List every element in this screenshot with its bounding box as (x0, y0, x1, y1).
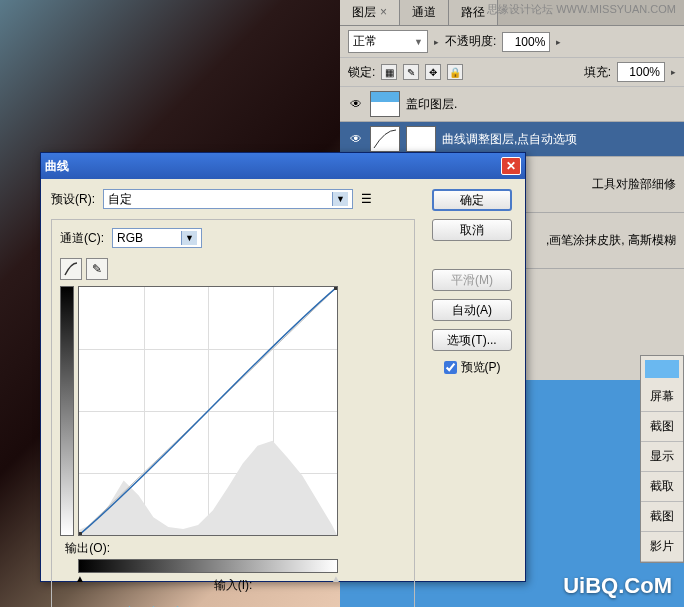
tab-channels[interactable]: 通道 (400, 0, 449, 25)
lock-row: 锁定: ▦ ✎ ✥ 🔒 填充: 100% ▸ (340, 58, 684, 87)
ok-button[interactable]: 确定 (432, 189, 512, 211)
lock-transparency-icon[interactable]: ▦ (381, 64, 397, 80)
layer-name-partial: ,画笔涂抹皮肤, 高斯模糊 (546, 232, 676, 249)
curve-line (79, 287, 337, 535)
close-icon[interactable]: ✕ (501, 157, 521, 175)
visibility-icon[interactable]: 👁 (348, 131, 364, 147)
curve-graph[interactable] (78, 286, 338, 536)
side-context-menu: 屏幕 截图 显示 截取 截图 影片 (640, 355, 684, 563)
opacity-label: 不透明度: (445, 33, 496, 50)
layer-row[interactable]: 👁 盖印图层. (340, 87, 684, 122)
dialog-titlebar[interactable]: 曲线 ✕ (41, 153, 525, 179)
preset-label: 预设(R): (51, 191, 95, 208)
lock-brush-icon[interactable]: ✎ (403, 64, 419, 80)
fill-label: 填充: (584, 64, 611, 81)
dialog-title: 曲线 (45, 158, 69, 175)
preset-menu-icon[interactable]: ☰ (361, 192, 372, 206)
fill-value[interactable]: 100% (617, 62, 665, 82)
menu-item[interactable]: 显示 (641, 442, 683, 472)
preset-row: 预设(R): 自定▼ ☰ (51, 189, 415, 209)
opacity-value[interactable]: 100% (502, 32, 550, 52)
layer-name-partial: 工具对脸部细修 (592, 176, 676, 193)
lock-label: 锁定: (348, 64, 375, 81)
layer-name: 曲线调整图层,点自动选项 (442, 131, 577, 148)
channel-label: 通道(C): (60, 230, 104, 247)
channel-select[interactable]: RGB▼ (112, 228, 202, 248)
mask-thumb (406, 126, 436, 152)
curve-group: 通道(C): RGB▼ ✎ (51, 219, 415, 607)
lock-move-icon[interactable]: ✥ (425, 64, 441, 80)
output-gradient (60, 286, 74, 536)
menu-item[interactable]: 截图 (641, 412, 683, 442)
menu-item[interactable]: 截图 (641, 502, 683, 532)
lock-all-icon[interactable]: 🔒 (447, 64, 463, 80)
svg-rect-2 (334, 287, 337, 290)
tab-layers[interactable]: 图层× (340, 0, 400, 25)
smooth-button: 平滑(M) (432, 269, 512, 291)
blend-mode-select[interactable]: 正常▼ (348, 30, 428, 53)
auto-button[interactable]: 自动(A) (432, 299, 512, 321)
layer-name: 盖印图层. (406, 96, 457, 113)
curves-dialog: 曲线 ✕ 预设(R): 自定▼ ☰ 通道(C): RGB▼ ✎ (40, 152, 526, 582)
options-button[interactable]: 选项(T)... (432, 329, 512, 351)
curve-pencil-tool-icon[interactable]: ✎ (86, 258, 108, 280)
tab-close-icon[interactable]: × (380, 5, 387, 19)
blend-flyout-icon[interactable]: ▸ (434, 37, 439, 47)
output-label: 输出(O): (60, 540, 110, 557)
black-point-slider[interactable]: ▲ (75, 573, 85, 584)
curve-point-tool-icon[interactable] (60, 258, 82, 280)
preview-checkbox[interactable]: 预览(P) (444, 359, 501, 376)
adjustment-thumb (370, 126, 400, 152)
cancel-button[interactable]: 取消 (432, 219, 512, 241)
menu-item[interactable]: 影片 (641, 532, 683, 562)
opacity-flyout-icon[interactable]: ▸ (556, 37, 561, 47)
white-point-slider[interactable]: ▲ (331, 573, 341, 584)
layer-thumb (370, 91, 400, 117)
fill-flyout-icon[interactable]: ▸ (671, 67, 676, 77)
watermark-text: 思缘设计论坛 WWW.MISSYUAN.COM (487, 2, 676, 17)
menu-swatch (645, 360, 679, 378)
visibility-icon[interactable]: 👁 (348, 96, 364, 112)
panel-tabs: 图层× 通道 路径 思缘设计论坛 WWW.MISSYUAN.COM (340, 0, 684, 26)
menu-item[interactable]: 屏幕 (641, 382, 683, 412)
input-label: 输入(I): (60, 577, 406, 594)
logo-watermark: UiBQ.CoM (563, 573, 672, 599)
menu-item[interactable]: 截取 (641, 472, 683, 502)
preset-select[interactable]: 自定▼ (103, 189, 353, 209)
blend-row: 正常▼ ▸ 不透明度: 100% ▸ (340, 26, 684, 58)
svg-rect-1 (79, 532, 82, 535)
input-gradient: ▲ ▲ (78, 559, 338, 573)
